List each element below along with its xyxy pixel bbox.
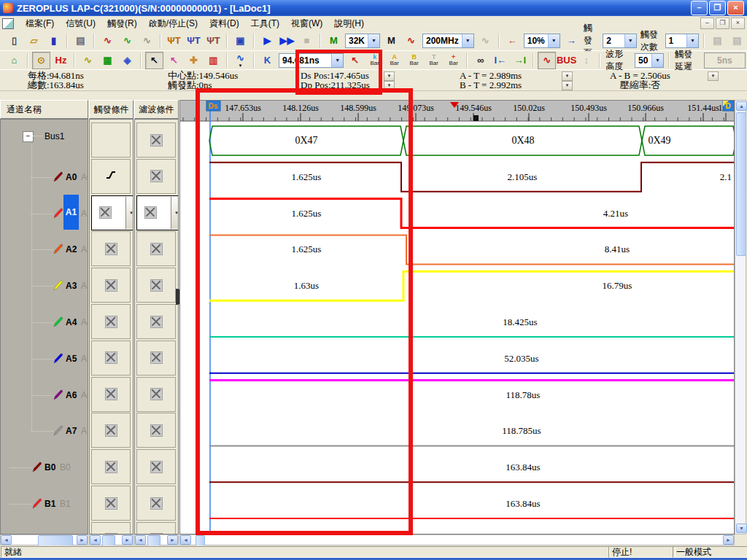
bar-normal-button[interactable]: kBar [365,52,384,69]
trigger-property-2-button[interactable]: ΨT [185,32,203,50]
listing-window-button[interactable]: ▦ [98,52,117,69]
wave-height-select[interactable]: 50▼ [635,53,664,68]
fit-window-button[interactable]: M [382,32,400,50]
channel-label-B0[interactable]: B0 [44,462,55,472]
frequency-button[interactable]: Hz [52,52,70,69]
shift-trigger-left-button[interactable]: ← [503,32,522,50]
repeat-run-button[interactable]: ▶▶ [278,32,296,50]
trigger-cell-A0[interactable] [91,159,131,194]
menu-item-7[interactable]: 視窗(W) [285,17,328,30]
mdi-close-button[interactable]: × [731,18,745,29]
stack-logic-button[interactable]: ▤ [708,32,727,50]
scroll-left-icon[interactable]: ◄ [180,535,191,545]
filter-cell-A7[interactable] [136,413,176,448]
channel-label-B1[interactable]: B1 [44,499,55,509]
search-button[interactable]: ∞ [471,52,489,69]
bus-mode-button[interactable]: BUS [557,52,576,69]
dropdown-arrow-icon[interactable]: ▼ [331,54,343,67]
waveform-mode-button[interactable]: ∿ [538,52,556,69]
waveform-vertical-scrollbar[interactable]: ▲ ▼ [735,100,746,534]
scroll-right-icon[interactable]: ► [723,535,734,545]
zoom-tool-button[interactable]: K [258,52,276,69]
scroll-right-icon[interactable]: ► [77,535,88,545]
trigger-cell-A5[interactable] [91,341,131,376]
dropdown-arrow-icon[interactable]: ▼ [171,197,179,229]
trigger-cell-A2[interactable] [91,231,131,266]
stack-analyzer-button[interactable]: ▤ [728,32,746,50]
restore-button[interactable]: ❐ [709,1,726,15]
display-ratio-select[interactable]: 10%▼ [524,34,560,48]
save-button[interactable]: ▮ [44,32,63,50]
compress-button[interactable]: ↕ [577,52,595,69]
trigger-cell-A6[interactable] [91,377,131,412]
scroll-left-icon[interactable]: ◄ [90,535,101,545]
measurement-button[interactable]: ▥ [204,52,222,69]
dropdown-arrow-icon[interactable]: ▼ [462,34,473,47]
waveform-scrollbar[interactable]: ◄ ► [179,534,735,545]
dropdown-arrow-icon[interactable]: ▼ [651,54,663,67]
scroll-left-icon[interactable]: ◄ [135,535,146,545]
channel-label-A3[interactable]: A3 [66,281,77,291]
sampling-setup-button[interactable]: ∿ [98,32,117,50]
filter-cell-A4[interactable] [136,304,176,339]
bar-add-button[interactable]: +Bar [444,52,462,69]
trigger-property-1-button[interactable]: ΨT [165,32,183,50]
dropdown-arrow-icon[interactable]: ▼ [368,34,379,47]
ds-tag[interactable]: Ds [209,102,218,110]
filter-cell-B1[interactable] [136,486,176,521]
channel-scrollbar[interactable]: ◄ ► [0,534,88,545]
trigger-cell-A4[interactable] [91,304,131,339]
select-cursor-button[interactable]: ↖ [145,52,163,69]
bar-b-button[interactable]: BBar [405,52,423,69]
dropdown-arrow-icon[interactable]: ▼ [239,63,243,68]
open-file-button[interactable]: ▱ [25,32,43,50]
hand-pan-button[interactable]: ✚ [185,52,203,69]
next-transition-button[interactable]: →l [511,52,529,69]
shift-trigger-right-button[interactable]: → [562,32,581,50]
bar-pointer-button[interactable]: ↖ [346,52,364,69]
menu-item-6[interactable]: 工具(T) [245,17,285,30]
bus-setup-button[interactable]: ▣ [231,32,249,50]
bus-label[interactable]: Bus1 [44,131,64,141]
waveform-trace-A0[interactable] [209,163,734,192]
waveform-trace-A1[interactable] [209,199,734,228]
waveform-trace-A2[interactable] [209,235,734,264]
dp-tag[interactable]: D [725,102,730,110]
filter-cell-extra[interactable] [136,522,176,534]
menu-item-1[interactable]: 檔案(F) [20,17,60,30]
dropdown-arrow-icon[interactable]: ▼ [548,34,560,47]
waveform-trace-A3[interactable] [209,271,734,300]
run-button[interactable]: ▶ [258,32,276,50]
filter-cell-A3[interactable] [136,268,176,303]
zoom-scale-select[interactable]: 94.681ns▼ [279,53,344,68]
vertical-scroll-thumb[interactable] [736,112,746,256]
mdi-minimize-button[interactable]: – [700,18,714,29]
channel-setup-button[interactable]: ∿ [138,32,156,50]
trigger-page-select[interactable]: 2▼ [603,34,636,48]
trigger-cell-A3[interactable] [91,268,131,303]
channel-label-A2[interactable]: A2 [66,244,77,254]
goto-trigger-button[interactable]: M [325,32,343,50]
multi-select-button[interactable]: ↖ [165,52,183,69]
print-button[interactable]: ▤ [71,32,90,50]
selected-channel-highlight[interactable]: A1 [63,195,79,230]
filter-cell-A6[interactable] [136,377,176,412]
waveform-pane[interactable]: 147.653us148.126us148.599us149.073us149.… [179,100,735,534]
trigger-cell-B0[interactable] [91,449,131,484]
filter-cell-B0[interactable] [136,449,176,484]
minimize-button[interactable]: – [691,1,708,15]
channel-label-A5[interactable]: A5 [66,354,77,364]
dropdown-arrow-icon[interactable]: ▼ [125,197,133,229]
home-button[interactable]: ⌂ [5,52,23,69]
mdi-restore-button[interactable]: ❐ [716,18,729,29]
trigger-cell-Bus1[interactable] [91,122,131,158]
menu-item-4[interactable]: 啟動/停止(S) [143,17,204,30]
wave-style-button[interactable]: ∿▼ [231,52,249,69]
scroll-down-icon[interactable]: ▼ [736,524,747,533]
stop-button[interactable]: ■ [298,32,316,50]
trigger-cell-extra[interactable] [91,522,131,534]
prev-transition-button[interactable]: l← [491,52,509,69]
menu-item-5[interactable]: 資料(D) [204,17,245,30]
channel-label-A4[interactable]: A4 [66,317,77,327]
pulse-view-button[interactable]: ∿ [402,32,420,50]
